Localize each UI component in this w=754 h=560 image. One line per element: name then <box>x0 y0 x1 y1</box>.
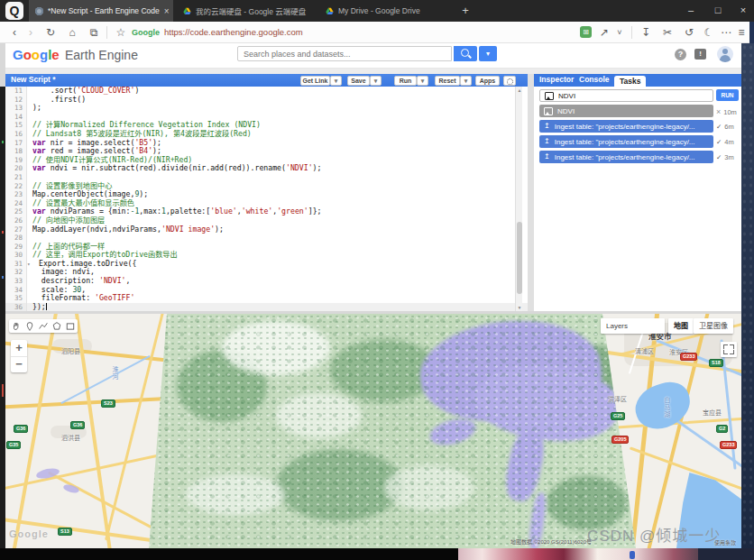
task-label: Ingest table: "projects/earthengine-lega… <box>555 153 695 161</box>
save-dropdown[interactable]: ▾ <box>370 76 382 86</box>
fullscreen-button[interactable] <box>721 342 737 357</box>
run-button[interactable]: Run <box>394 76 417 86</box>
window-minimize-button[interactable]: – <box>678 0 703 20</box>
help-icon[interactable]: ? <box>675 49 686 60</box>
upload-icon: ↥ <box>544 153 550 161</box>
search-dropdown-button[interactable]: ▾ <box>479 46 497 61</box>
satellite-button[interactable]: 卫星图像 <box>694 318 733 334</box>
point-marker-icon[interactable] <box>25 322 34 331</box>
scroll-up-icon[interactable]: ▲ <box>516 87 523 93</box>
feedback-icon[interactable]: ! <box>694 49 706 60</box>
share-icon[interactable]: ↗ <box>598 22 611 43</box>
line-number: 23 <box>5 190 27 199</box>
line-number: 29 <box>5 243 27 252</box>
logo-letter: o <box>23 47 32 62</box>
settings-button[interactable] <box>503 76 516 86</box>
polygon-icon[interactable] <box>52 322 61 331</box>
line-number: 26 <box>5 216 27 225</box>
tab-close-icon[interactable]: × <box>164 6 170 16</box>
geometry-toolbar[interactable] <box>9 319 78 333</box>
task-label: NDVI <box>558 92 575 100</box>
code-scrollbar[interactable]: ▲ ▼ <box>515 87 522 311</box>
refresh-icon[interactable]: ↻ <box>43 22 58 43</box>
tab-tasks[interactable]: Tasks <box>614 76 646 87</box>
task-row[interactable]: ↥ Ingest table: "projects/earthengine-le… <box>539 135 713 148</box>
chevron-down-icon[interactable]: ˅ <box>614 22 625 43</box>
map-mode-button[interactable]: 地图 <box>668 318 694 334</box>
panel-splitter[interactable] <box>528 74 534 311</box>
new-tab-button[interactable]: + <box>456 3 474 19</box>
tab-console[interactable]: Console <box>579 75 610 84</box>
download-icon[interactable]: ↧ <box>639 22 653 43</box>
window-close-button[interactable]: × <box>731 0 754 20</box>
code-editor[interactable]: 11 .sort('CLOUD_COVER')12 .first()13);14… <box>5 87 528 311</box>
cancel-icon[interactable]: × <box>716 107 721 116</box>
line-number: 16 <box>5 130 27 139</box>
map-labels: 淮安市清浦区淮安区洪泽区宝应县泗阳县泗洪县白马湖淮河G233S18G25G2G2… <box>5 314 741 548</box>
tab-inspector[interactable]: Inspector <box>539 75 574 84</box>
reset-button[interactable]: Reset <box>435 76 460 86</box>
apps-button[interactable]: Apps <box>475 76 500 86</box>
pan-hand-icon[interactable] <box>12 322 21 331</box>
reset-dropdown[interactable]: ▾ <box>460 76 472 86</box>
menu-icon[interactable]: ≡ <box>734 22 749 43</box>
google-logo: Google <box>13 47 60 62</box>
task-row[interactable]: ↥ Ingest table: "projects/earthengine-le… <box>539 151 713 163</box>
line-number: 21 <box>5 173 27 182</box>
home-icon[interactable]: ⌂ <box>65 22 79 43</box>
more-icon[interactable]: ⋯ <box>720 22 732 43</box>
scrollbar-thumb[interactable] <box>517 222 522 294</box>
code-text: ); <box>27 104 41 113</box>
get-link-dropdown[interactable]: ▾ <box>330 76 342 86</box>
line-number: 15 <box>5 121 27 130</box>
code-line[interactable]: 27Map.addLayer(ndvi,ndviParams,'NDVI ima… <box>5 225 528 234</box>
forward-icon[interactable]: › <box>23 22 38 43</box>
window-maximize-button[interactable]: □ <box>705 0 731 20</box>
zoom-control[interactable]: + − <box>11 340 27 372</box>
search-input[interactable] <box>237 46 452 61</box>
scroll-down-icon[interactable]: ▼ <box>516 305 523 310</box>
line-number: 32 <box>5 268 27 277</box>
address-url[interactable]: https://code.earthengine.google.com <box>164 22 303 43</box>
scissors-icon[interactable]: ✂ <box>660 22 675 43</box>
run-dropdown[interactable]: ▾ <box>417 76 428 86</box>
rectangle-icon[interactable] <box>66 322 75 331</box>
code-line[interactable]: 13); <box>5 104 528 113</box>
line-number: 30 <box>5 251 27 260</box>
tab-earth-engine[interactable]: *New Script - Earth Engine Code × <box>29 0 173 22</box>
task-run-button[interactable]: RUN <box>716 89 739 101</box>
wallpaper-sliver <box>749 22 754 43</box>
pages-icon[interactable]: ⧉ <box>87 22 101 43</box>
code-line[interactable]: 35 fileFormat: 'GeoTIFF' <box>5 294 528 303</box>
search-button[interactable] <box>454 46 477 61</box>
browser-logo[interactable]: Q <box>5 2 23 20</box>
get-link-button[interactable]: Get Link <box>300 76 330 86</box>
extension-icon[interactable]: ⊞ <box>580 26 592 38</box>
code-line[interactable]: 36}); <box>5 303 528 311</box>
night-mode-icon[interactable]: ☾ <box>702 22 716 43</box>
tab-title: My Drive - Google Drive <box>338 6 420 15</box>
save-button[interactable]: Save <box>347 76 370 86</box>
line-number: 33 <box>5 277 27 286</box>
code-line[interactable]: 20var ndvi = nir.subtract(red).divide(ni… <box>5 164 528 173</box>
task-row[interactable]: ↥ Ingest table: "projects/earthengine-le… <box>539 120 713 133</box>
task-row[interactable]: NDVI <box>539 105 713 117</box>
tab-drive-cn[interactable]: 我的云端硬盘 - Google 云端硬盘 <box>177 0 316 22</box>
tab-drive-en[interactable]: My Drive - Google Drive <box>319 0 451 22</box>
map[interactable]: 淮安市清浦区淮安区洪泽区宝应县泗阳县泗洪县白马湖淮河G233S18G25G2G2… <box>5 314 741 548</box>
road-badge: G2 <box>716 425 728 433</box>
code-text: }); <box>27 303 47 311</box>
task-row[interactable]: NDVI <box>539 89 713 102</box>
back-icon[interactable]: ‹ <box>7 22 22 43</box>
line-number: 22 <box>5 182 27 191</box>
layers-button[interactable]: Layers <box>601 318 665 334</box>
polyline-icon[interactable] <box>39 322 48 331</box>
bookmark-star-icon[interactable]: ☆ <box>114 22 128 43</box>
undo-icon[interactable]: ↺ <box>682 22 696 43</box>
avatar[interactable] <box>717 46 733 62</box>
zoom-in-button[interactable]: + <box>11 340 27 357</box>
map-label: 宝应县 <box>703 408 722 417</box>
zoom-out-button[interactable]: − <box>11 356 27 372</box>
task-status[interactable]: × 10m <box>716 107 740 116</box>
code-line[interactable]: 12 .first() <box>5 96 528 105</box>
